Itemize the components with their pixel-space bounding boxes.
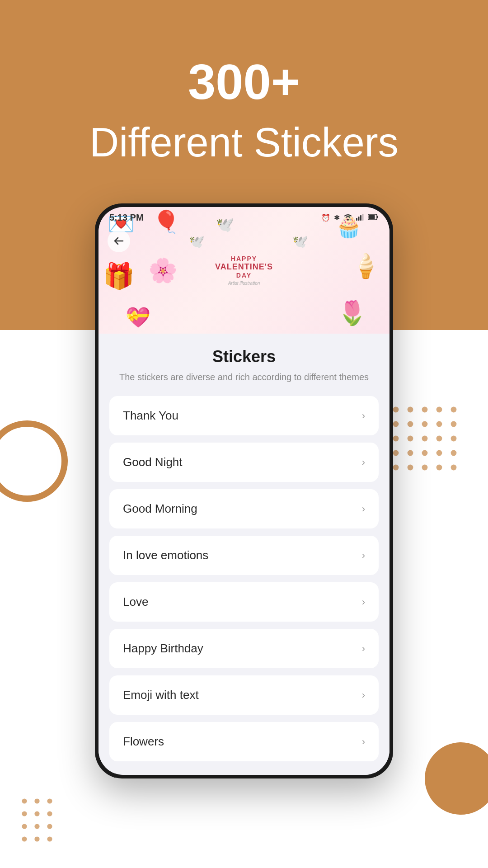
svg-point-24: [451, 465, 457, 471]
category-list: Thank You › Good Night › Good Morning › …: [109, 396, 379, 761]
svg-point-17: [422, 450, 428, 456]
svg-rect-42: [377, 216, 378, 218]
svg-point-4: [451, 407, 457, 413]
svg-point-20: [393, 465, 399, 471]
chevron-icon-love: ›: [362, 596, 365, 608]
bottom-section: 5:13 PM ⏰ ✱: [0, 330, 488, 868]
sticker-gift-box: 🎁: [103, 261, 135, 291]
chevron-icon-flowers: ›: [362, 736, 365, 748]
svg-point-28: [22, 811, 27, 816]
status-icons: ⏰ ✱: [321, 213, 379, 222]
svg-point-2: [422, 407, 428, 413]
svg-point-23: [436, 465, 442, 471]
category-item-thank-you[interactable]: Thank You ›: [109, 396, 379, 435]
svg-point-34: [22, 836, 27, 841]
svg-point-33: [47, 824, 52, 829]
svg-point-25: [22, 798, 27, 803]
svg-point-11: [408, 436, 413, 442]
sticker-love-letter: 💝: [126, 306, 150, 329]
category-label-love: Love: [123, 595, 148, 609]
svg-point-36: [47, 836, 52, 841]
deco-dots-right: [389, 402, 461, 476]
status-time: 5:13 PM: [109, 212, 144, 223]
category-label-happy-birthday: Happy Birthday: [123, 642, 203, 656]
headline-count: 300+: [188, 54, 300, 109]
stickers-description: The stickers are diverse and rich accord…: [109, 371, 379, 383]
svg-point-5: [393, 421, 399, 427]
svg-rect-40: [362, 214, 364, 221]
bluetooth-icon: ✱: [334, 213, 340, 222]
svg-point-0: [393, 407, 399, 413]
category-label-good-morning: Good Morning: [123, 502, 197, 516]
svg-point-19: [451, 450, 457, 456]
app-content: Stickers The stickers are diverse and ri…: [99, 347, 389, 775]
svg-point-27: [47, 798, 52, 803]
category-label-emoji-text: Emoji with text: [123, 688, 199, 702]
category-item-emoji-text[interactable]: Emoji with text ›: [109, 675, 379, 715]
svg-point-10: [393, 436, 399, 442]
wifi-icon: [343, 213, 352, 222]
svg-point-13: [436, 436, 442, 442]
svg-point-29: [34, 811, 39, 816]
category-item-happy-birthday[interactable]: Happy Birthday ›: [109, 629, 379, 668]
category-item-good-night[interactable]: Good Night ›: [109, 443, 379, 482]
category-item-good-morning[interactable]: Good Morning ›: [109, 489, 379, 528]
category-item-in-love[interactable]: In love emotions ›: [109, 536, 379, 575]
svg-point-15: [393, 450, 399, 456]
svg-point-26: [34, 798, 39, 803]
chevron-icon-happy-birthday: ›: [362, 643, 365, 655]
svg-point-9: [451, 421, 457, 427]
battery-icon: [368, 214, 379, 222]
signal-icon: [356, 213, 364, 222]
phone-mockup: 5:13 PM ⏰ ✱: [95, 203, 393, 778]
banner-content: 💌 🎈 🕊️ 🕊️ 🕊️ 🧁 🎁 🌸 🍦 💝 🌷 HAPPY VALENTINE…: [99, 207, 389, 334]
banner-area: 5:13 PM ⏰ ✱: [99, 207, 389, 334]
category-label-thank-you: Thank You: [123, 409, 178, 423]
chevron-icon-good-morning: ›: [362, 503, 365, 515]
svg-point-3: [436, 407, 442, 413]
back-button[interactable]: [108, 230, 130, 252]
svg-point-8: [436, 421, 442, 427]
svg-point-21: [408, 465, 413, 471]
chevron-icon-in-love: ›: [362, 550, 365, 561]
sticker-tulip: 🌷: [338, 299, 367, 327]
alarm-icon: ⏰: [321, 213, 330, 222]
deco-dots-left-bottom: [18, 795, 81, 860]
svg-rect-38: [358, 217, 360, 221]
svg-point-30: [47, 811, 52, 816]
sticker-dove3: 🕊️: [292, 234, 308, 249]
svg-point-6: [408, 421, 413, 427]
headline-sub: Different Stickers: [89, 118, 399, 167]
banner-line3: DAY: [215, 272, 273, 279]
svg-point-22: [422, 465, 428, 471]
banner-attribution: Artist illustration: [215, 281, 273, 286]
category-label-good-night: Good Night: [123, 455, 183, 469]
category-label-in-love: In love emotions: [123, 548, 208, 562]
category-item-love[interactable]: Love ›: [109, 582, 379, 622]
chevron-icon-thank-you: ›: [362, 410, 365, 422]
sticker-dove2: 🕊️: [189, 234, 205, 249]
chevron-icon-emoji-text: ›: [362, 689, 365, 701]
svg-point-7: [422, 421, 428, 427]
banner-line1: HAPPY: [215, 255, 273, 262]
svg-point-32: [34, 824, 39, 829]
chevron-icon-good-night: ›: [362, 457, 365, 468]
svg-rect-43: [369, 215, 375, 219]
svg-point-35: [34, 836, 39, 841]
banner-line2: VALENTINE'S: [215, 262, 273, 272]
svg-rect-39: [360, 215, 361, 221]
svg-point-16: [408, 450, 413, 456]
svg-rect-37: [356, 218, 357, 221]
category-label-flowers: Flowers: [123, 735, 164, 749]
svg-point-18: [436, 450, 442, 456]
phone-inner: 5:13 PM ⏰ ✱: [99, 207, 389, 775]
svg-point-1: [408, 407, 413, 413]
svg-point-14: [451, 436, 457, 442]
sticker-flower-bowl: 🌸: [148, 257, 178, 284]
svg-point-31: [22, 824, 27, 829]
category-item-flowers[interactable]: Flowers ›: [109, 722, 379, 761]
svg-point-12: [422, 436, 428, 442]
stickers-heading: Stickers: [109, 347, 379, 366]
deco-circle-right-bottom: [425, 742, 488, 815]
sticker-ice-cream: 🍦: [351, 252, 380, 280]
